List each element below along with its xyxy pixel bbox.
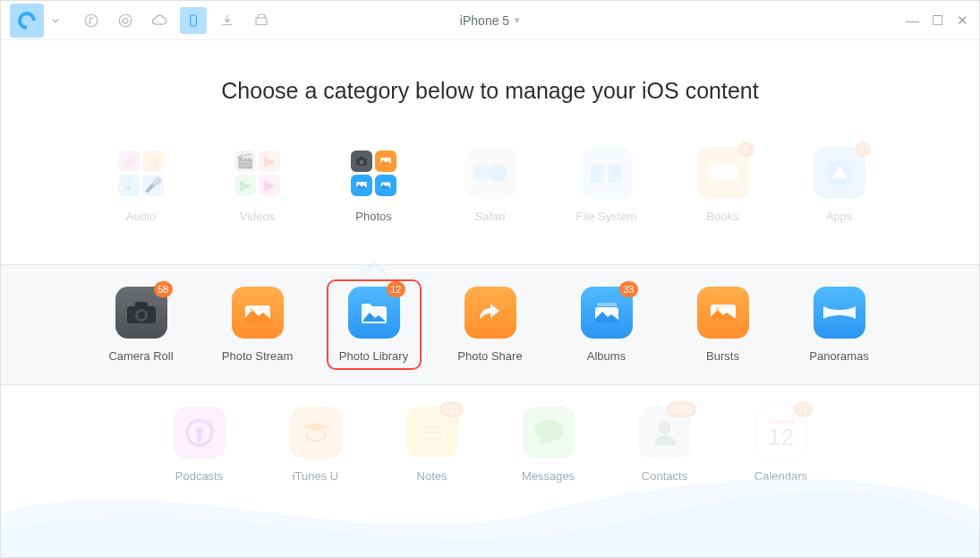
badge: 2299 [667, 401, 695, 417]
svg-rect-14 [609, 165, 621, 183]
toolbar-music-icon[interactable] [78, 7, 105, 34]
svg-point-21 [250, 308, 253, 312]
svg-point-2 [119, 14, 132, 27]
toolbar-backup-icon[interactable] [112, 7, 139, 34]
category-row: ♪♫ ♩🎤 Audio 🎬▶ ▶▶ Videos Photos Safari F… [1, 147, 979, 223]
category-videos[interactable]: 🎬▶ ▶▶ Videos [230, 147, 285, 223]
category-notes[interactable]: 121 Notes [405, 407, 460, 483]
toolbar-cloud-icon[interactable] [146, 7, 173, 34]
app-dropdown-caret[interactable] [47, 12, 64, 30]
category-label: Apps [826, 210, 853, 223]
camera-roll-icon: 58 [115, 287, 167, 339]
podcasts-icon [174, 407, 226, 459]
category-books[interactable]: 5 Books [695, 147, 751, 223]
titlebar: iPhone 5 ▾ — ☐ ✕ [1, 1, 979, 40]
category-messages[interactable]: Messages [521, 407, 576, 483]
sub-label: Camera Roll [108, 349, 173, 363]
sub-camera-roll[interactable]: 58 Camera Roll [114, 287, 169, 363]
apps-icon: 1 [814, 147, 865, 199]
sub-label: Bursts [706, 349, 739, 363]
category-label: Books [706, 210, 738, 223]
device-selector[interactable]: iPhone 5 ▾ [460, 13, 520, 28]
notes-icon: 121 [406, 407, 458, 459]
window-close[interactable]: ✕ [956, 13, 968, 29]
bottom-label: iTunes U [293, 469, 339, 483]
category-filesystem[interactable]: File System [579, 147, 635, 223]
category-photos[interactable]: Photos [346, 147, 402, 223]
sub-photo-share[interactable]: Photo Share [463, 287, 518, 363]
audio-icon: ♪♫ ♩🎤 [115, 147, 167, 199]
badge: 1 [855, 142, 871, 158]
sub-label: Albums [587, 349, 626, 363]
device-name: iPhone 5 [460, 13, 509, 28]
category-label: Videos [240, 210, 276, 223]
photo-stream-icon [232, 287, 284, 339]
bottom-label: Podcasts [175, 469, 223, 483]
bottom-category-row: Podcasts iTunes U 121 Notes Messages 229… [1, 407, 979, 483]
filesystem-icon [581, 147, 633, 199]
sub-label: Panoramas [809, 349, 868, 363]
toolbar-download-icon[interactable] [214, 7, 241, 34]
sub-photo-library[interactable]: 12 Photo Library [346, 287, 402, 363]
toolbar-device-icon[interactable] [180, 7, 207, 34]
bottom-label: Contacts [642, 469, 687, 483]
category-apps[interactable]: 1 Apps [812, 147, 867, 223]
svg-point-0 [85, 14, 98, 27]
svg-point-4 [192, 23, 193, 24]
category-safari[interactable]: Safari [463, 147, 518, 223]
bottom-label: Messages [522, 469, 575, 483]
svg-rect-19 [135, 302, 148, 307]
badge: 58 [154, 281, 172, 297]
bottom-label: Notes [417, 469, 447, 483]
svg-point-27 [196, 427, 203, 434]
svg-point-1 [89, 21, 90, 23]
itunesu-icon [290, 407, 342, 459]
bursts-icon [697, 287, 749, 339]
category-podcasts[interactable]: Podcasts [172, 407, 227, 483]
contacts-icon: 2299 [639, 407, 691, 459]
albums-icon: 33 [581, 287, 633, 339]
badge: 12 [387, 281, 405, 297]
category-contacts[interactable]: 2299 Contacts [637, 407, 693, 483]
svg-rect-13 [591, 165, 603, 183]
books-icon: 5 [697, 147, 749, 199]
sub-label: Photo Share [457, 349, 522, 363]
category-label: Audio [126, 210, 156, 223]
badge: 5 [738, 142, 754, 158]
window-minimize[interactable]: — [906, 13, 918, 29]
photo-library-icon: 12 [348, 287, 400, 339]
badge: 33 [619, 281, 637, 297]
svg-rect-22 [597, 303, 617, 306]
sub-bursts[interactable]: Bursts [695, 287, 751, 363]
page-heading: Choose a category below to manage your i… [1, 78, 979, 104]
badge: 121 [439, 401, 463, 417]
safari-icon [464, 147, 516, 199]
sub-albums[interactable]: 33 Albums [579, 287, 635, 363]
svg-point-11 [473, 164, 491, 182]
category-itunesu[interactable]: iTunes U [288, 407, 344, 483]
category-label: Photos [355, 210, 391, 223]
sub-photo-stream[interactable]: Photo Stream [230, 287, 285, 363]
svg-point-33 [659, 422, 671, 434]
window-maximize[interactable]: ☐ [931, 13, 943, 29]
svg-rect-7 [360, 157, 364, 159]
panoramas-icon [814, 287, 865, 339]
sub-label: Photo Stream [222, 349, 294, 363]
toolbar-toolbox-icon[interactable] [248, 7, 275, 34]
bottom-label: Calendars [754, 469, 807, 483]
app-logo[interactable] [10, 4, 44, 38]
photo-share-icon [464, 287, 516, 339]
sub-panoramas[interactable]: Panoramas [812, 287, 867, 363]
window-controls: — ☐ ✕ [906, 13, 968, 29]
chevron-down-icon: ▾ [515, 14, 520, 26]
category-audio[interactable]: ♪♫ ♩🎤 Audio [114, 147, 169, 223]
svg-point-12 [490, 164, 507, 182]
badge: 77 [794, 401, 812, 417]
videos-icon: 🎬▶ ▶▶ [232, 147, 284, 199]
svg-point-32 [534, 420, 563, 442]
photos-icon [348, 147, 400, 199]
calendars-icon: Tuesday 12 77 [755, 407, 807, 459]
subcategory-panel: 58 Camera Roll Photo Stream 12 Photo Lib… [1, 264, 979, 385]
category-calendars[interactable]: Tuesday 12 77 Calendars [754, 407, 809, 483]
category-label: File System [576, 210, 637, 223]
